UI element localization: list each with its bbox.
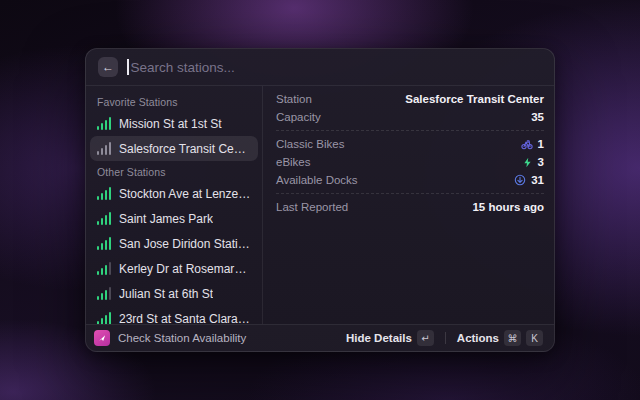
detail-value-text: 15 hours ago — [472, 201, 544, 213]
back-arrow-icon: ← — [102, 61, 114, 73]
station-row[interactable]: Saint James Park — [90, 206, 258, 231]
actions-label: Actions — [457, 332, 499, 344]
detail-value-text: Salesforce Transit Center — [405, 93, 544, 105]
status-bar: Check Station Availability Hide Details … — [86, 324, 554, 351]
cmd-key-badge: ⌘ — [504, 330, 521, 346]
detail-row: Last Reported15 hours ago — [276, 198, 544, 216]
station-row[interactable]: Salesforce Transit Center — [90, 136, 258, 161]
k-key-badge: K — [526, 330, 543, 346]
signal-bars-icon — [97, 117, 111, 130]
search-field-wrap — [127, 59, 542, 75]
detail-value: 15 hours ago — [472, 201, 544, 213]
back-button[interactable]: ← — [98, 57, 118, 77]
detail-row: Classic Bikes 1 — [276, 135, 544, 153]
signal-bars-icon — [97, 287, 111, 300]
sidebar-section-title: Favorite Stations — [90, 91, 258, 111]
details-separator — [276, 130, 544, 131]
ebike-bolt-icon — [522, 157, 533, 168]
detail-label: Station — [276, 93, 312, 105]
detail-row: Available Docks 31 — [276, 171, 544, 189]
signal-bars-icon — [97, 262, 111, 275]
station-row[interactable]: Kerley Dr at Rosemary St — [90, 256, 258, 281]
detail-label: Available Docks — [276, 174, 358, 186]
details-separator — [276, 193, 544, 194]
signal-bars-icon — [97, 212, 111, 225]
station-row[interactable]: Julian St at 6th St — [90, 281, 258, 306]
dock-arrow-icon — [514, 174, 526, 186]
detail-value: 3 — [522, 156, 544, 168]
station-row[interactable]: Stockton Ave at Lenzen Ave — [90, 181, 258, 206]
station-list: Favorite StationsMission St at 1st StSal… — [86, 86, 263, 324]
hide-details-label: Hide Details — [346, 332, 412, 344]
station-label: Salesforce Transit Center — [119, 142, 251, 156]
signal-bars-icon — [97, 142, 111, 155]
station-label: Saint James Park — [119, 212, 213, 226]
actions-button[interactable]: Actions ⌘ K — [454, 328, 546, 348]
bikeshare-logo-icon — [97, 333, 107, 343]
station-label: Mission St at 1st St — [119, 117, 222, 131]
station-row[interactable]: San Jose Diridon Station — [90, 231, 258, 256]
main-content: Favorite StationsMission St at 1st StSal… — [86, 86, 554, 324]
hide-details-button[interactable]: Hide Details ↵ — [343, 328, 437, 348]
detail-value-text: 31 — [531, 174, 544, 186]
status-bar-actions: Hide Details ↵ Actions ⌘ K — [343, 328, 546, 348]
detail-value: 35 — [531, 111, 544, 123]
signal-bars-icon — [97, 237, 111, 250]
station-label: Stockton Ave at Lenzen Ave — [119, 187, 251, 201]
details-panel: StationSalesforce Transit CenterCapacity… — [263, 86, 554, 324]
app-name: Check Station Availability — [118, 332, 246, 344]
classic-bike-icon — [521, 138, 533, 150]
detail-value: Salesforce Transit Center — [405, 93, 544, 105]
detail-row: Capacity35 — [276, 108, 544, 126]
search-bar: ← — [86, 49, 554, 86]
detail-value-text: 3 — [538, 156, 544, 168]
sidebar-section-title: Other Stations — [90, 161, 258, 181]
status-bar-divider — [445, 332, 446, 344]
detail-row: StationSalesforce Transit Center — [276, 90, 544, 108]
station-label: 23rd St at Santa Clara St — [119, 312, 251, 325]
enter-key-badge: ↵ — [417, 330, 434, 346]
detail-value: 1 — [521, 138, 544, 150]
detail-value-text: 35 — [531, 111, 544, 123]
station-label: Kerley Dr at Rosemary St — [119, 262, 251, 276]
signal-bars-icon — [97, 312, 111, 324]
station-row[interactable]: 23rd St at Santa Clara St — [90, 306, 258, 324]
station-label: Julian St at 6th St — [119, 287, 213, 301]
signal-bars-icon — [97, 187, 111, 200]
launcher-window: ← Favorite StationsMission St at 1st StS… — [85, 48, 555, 352]
station-row[interactable]: Mission St at 1st St — [90, 111, 258, 136]
detail-value: 31 — [514, 174, 544, 186]
station-label: San Jose Diridon Station — [119, 237, 251, 251]
detail-label: Capacity — [276, 111, 321, 123]
search-input[interactable] — [129, 60, 543, 75]
detail-label: Last Reported — [276, 201, 348, 213]
desktop-background: ← Favorite StationsMission St at 1st StS… — [0, 0, 640, 400]
detail-label: Classic Bikes — [276, 138, 344, 150]
app-icon — [94, 330, 110, 346]
detail-value-text: 1 — [538, 138, 544, 150]
detail-row: eBikes 3 — [276, 153, 544, 171]
detail-label: eBikes — [276, 156, 311, 168]
